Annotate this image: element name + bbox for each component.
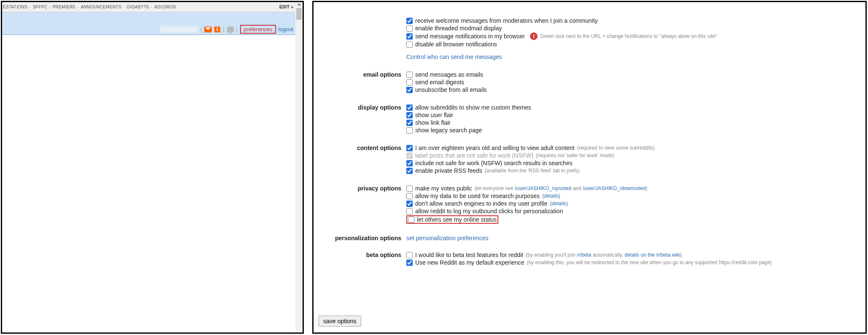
preferences-link[interactable]: preferences [240, 25, 276, 34]
checkbox-new-reddit[interactable] [406, 260, 413, 266]
scrollbar[interactable] [295, 2, 303, 332]
opt-label: send email digests [415, 79, 464, 86]
checkbox-user-flair[interactable] [406, 112, 413, 118]
research-details-link[interactable]: (details) [542, 193, 560, 199]
mail-icon[interactable] [204, 27, 212, 32]
opt-label: send messages as emails [415, 71, 483, 78]
checkbox-noindex[interactable] [406, 201, 413, 207]
opt-label: include not safe for work (NSFW) search … [415, 160, 573, 166]
sr-link[interactable]: SFFPC [33, 5, 47, 9]
opt-label: unsubscribe from all emails [415, 86, 487, 93]
downvoted-link[interactable]: /user/JASHIKO_/downvoted [583, 185, 646, 191]
opt-label: allow reddit to log my outbound clicks f… [415, 208, 563, 214]
sr-link[interactable]: GIGABYTE [127, 5, 149, 9]
chat-icon[interactable] [227, 27, 234, 32]
checkbox-disable-notif[interactable] [406, 41, 413, 48]
opt-hint: (required to view some subreddits) [577, 145, 654, 151]
opt-hint: (requires not 'safer for work' mode) [536, 153, 614, 158]
checkbox-browser-notif[interactable] [406, 33, 413, 40]
opt-label: receive welcome messages from moderators… [415, 17, 598, 24]
section-label-beta: beta options [322, 252, 406, 258]
sr-link[interactable]: ANNOUNCEMENTS [81, 5, 121, 9]
separator: | [223, 26, 224, 32]
opt-label: I am over eighteen years old and willing… [415, 145, 574, 151]
checkbox-online-status[interactable] [408, 217, 414, 223]
opt-label: show user flair [415, 112, 453, 118]
checkbox-over18[interactable] [406, 145, 413, 151]
opt-label: make my votes public [415, 185, 472, 192]
username-blurred [160, 26, 198, 33]
header-bluebar: | 1 | | preferences logout [2, 12, 303, 35]
opt-label: disable all browser notifications [415, 41, 497, 48]
checkbox-legacy-search[interactable] [406, 127, 413, 134]
opt-label: Use new Reddit as my default experience [415, 259, 524, 266]
checkbox-rss[interactable] [406, 168, 413, 174]
right-screenshot: receive welcome messages from moderators… [312, 1, 867, 334]
checkbox-beta-test[interactable] [406, 252, 413, 258]
left-screenshot: ESTATIONS- SFFPC- PREMIERE- ANNOUNCEMENT… [1, 1, 304, 334]
opt-hint: (let everyone see /user/JASHIKO_/upvoted… [475, 185, 648, 191]
logout-link[interactable]: logout [279, 26, 293, 32]
opt-label: send message notifications in my browser [415, 33, 525, 40]
checkbox-label-nsfw [406, 153, 413, 159]
opt-label: label posts that are not safe for work (… [415, 152, 533, 159]
edit-subs-link[interactable]: EDIT » [279, 2, 293, 12]
subreddit-tabbar: ESTATIONS- SFFPC- PREMIERE- ANNOUNCEMENT… [2, 2, 303, 12]
checkbox-link-flair[interactable] [406, 120, 413, 126]
checkbox-digests[interactable] [406, 79, 413, 86]
scroll-up-icon[interactable] [297, 3, 301, 5]
highlight-box: let others see my online status [406, 215, 498, 224]
user-bar: | 1 | | preferences logout [160, 25, 293, 34]
checkbox-research[interactable] [406, 193, 413, 199]
checkbox-themes[interactable] [406, 105, 413, 111]
upvoted-link[interactable]: /user/JASHIKO_/upvoted [515, 185, 571, 191]
opt-label: show legacy search page [415, 127, 482, 134]
sr-link[interactable]: PREMIERE [53, 5, 76, 9]
checkbox-emails[interactable] [406, 72, 413, 78]
section-label-personalization: personalization options [322, 235, 406, 241]
checkbox-unsub[interactable] [406, 87, 413, 93]
opt-label: enable threaded modmail display [415, 25, 502, 32]
beta-wiki-link[interactable]: details on the /r/beta wiki [625, 252, 680, 258]
alert-icon: ! [530, 32, 538, 40]
section-label-display: display options [322, 104, 406, 111]
opt-label: I would like to beta test features for r… [415, 252, 523, 258]
opt-hint: (available from the 'RSS feed' tab in pr… [485, 168, 580, 174]
opt-hint: (by enabling you'll join /r/beta automat… [526, 252, 682, 258]
checkbox-nsfw-search[interactable] [406, 160, 413, 166]
separator: | [236, 26, 238, 32]
opt-label: allow my data to be used for research pu… [415, 193, 540, 199]
separator: | [200, 26, 202, 32]
section-label-privacy: privacy options [322, 185, 406, 192]
opt-label: enable private RSS feeds [415, 167, 482, 174]
section-label-content: content options [322, 145, 406, 151]
checkbox-votes-public[interactable] [406, 185, 413, 192]
opt-label: let others see my online status [417, 216, 497, 223]
sr-link[interactable]: ASUSROG [154, 5, 176, 9]
opt-hint: (by enabling this, you will be redirecte… [527, 260, 772, 265]
control-messages-link[interactable]: Control who can send me messages [406, 54, 502, 60]
personalization-link[interactable]: set personalization preferences [406, 235, 489, 241]
checkbox-welcome-msgs[interactable] [406, 18, 413, 24]
noindex-details-link[interactable]: (details) [550, 201, 568, 206]
checkbox-threaded-modmail[interactable] [406, 25, 413, 32]
mail-badge[interactable]: 1 [214, 27, 220, 32]
sr-link[interactable]: ESTATIONS [3, 5, 27, 9]
section-label-email: email options [322, 71, 406, 78]
opt-label: show link flair [415, 119, 451, 126]
opt-label: don't allow search engines to index my u… [415, 200, 547, 207]
checkbox-outbound[interactable] [406, 208, 413, 214]
r-beta-link[interactable]: /r/beta [577, 252, 591, 258]
scroll-thumb[interactable] [296, 8, 302, 20]
save-button[interactable]: save options [319, 316, 361, 327]
opt-hint: Green lock next to the URL > change Noti… [540, 33, 717, 39]
opt-label: allow subreddits to show me custom theme… [415, 104, 531, 111]
